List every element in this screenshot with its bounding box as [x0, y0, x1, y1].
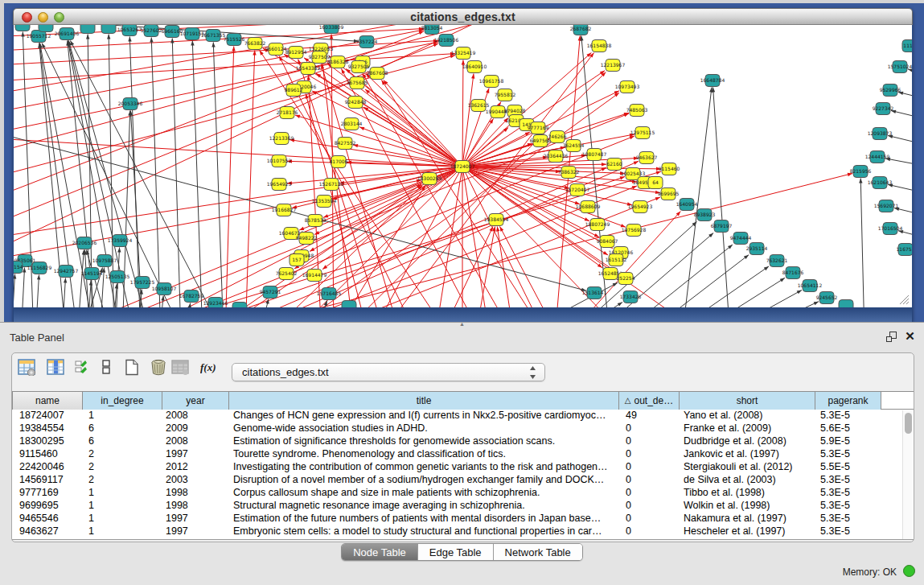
- table-settings-icon[interactable]: [18, 359, 35, 379]
- graph-node-label: 7955812: [495, 92, 516, 97]
- column-header-year[interactable]: year: [162, 392, 229, 410]
- graph-edge[interactable]: [14, 180, 421, 266]
- vertical-scrollbar[interactable]: [902, 410, 913, 539]
- application: citations_edges.txt 19055712206914061065…: [0, 0, 924, 585]
- column-header-title[interactable]: title: [229, 392, 619, 410]
- tab-edge-table[interactable]: Edge Table: [418, 544, 494, 560]
- graph-edge[interactable]: [14, 274, 15, 308]
- table-cell: 5.3E-5: [820, 410, 881, 422]
- graph-edge[interactable]: [684, 278, 785, 307]
- resize-grip-icon[interactable]: [898, 294, 910, 305]
- graph-edge[interactable]: [172, 39, 181, 308]
- table-row[interactable]: 969969511998Structural magnetic resonanc…: [12, 500, 914, 513]
- edge-arrowhead-icon: [260, 51, 264, 56]
- table-cell: 1997: [166, 448, 229, 461]
- graph-node-label: 10973493: [615, 84, 640, 89]
- table-row[interactable]: 946554611997Estimation of the future num…: [12, 513, 914, 525]
- graph-node-label: 7357224: [356, 39, 378, 44]
- graph-node-label: 7485063: [626, 107, 648, 113]
- close-panel-icon[interactable]: ✕: [904, 330, 916, 342]
- graph-edge[interactable]: [500, 227, 559, 308]
- column-header-out_de[interactable]: △out_de…: [619, 392, 680, 410]
- network-canvas[interactable]: 1905571220691406106532671527602696616010…: [13, 25, 913, 307]
- table-cell: 9777169: [19, 487, 83, 500]
- graph-node-label: 15136141: [582, 290, 607, 295]
- graph-edge[interactable]: [462, 74, 474, 167]
- column-edit-icon[interactable]: [47, 359, 64, 379]
- node-table: namein_degreeyeartitle△out_de…shortpager…: [12, 391, 914, 540]
- float-window-icon[interactable]: [885, 331, 897, 343]
- network-graph[interactable]: 1905571220691406106532671527602696616010…: [14, 25, 912, 307]
- graph-node[interactable]: [101, 25, 116, 34]
- graph-node-label: 2803144: [341, 121, 363, 126]
- table-disabled-icon[interactable]: [171, 359, 189, 379]
- tab-node-table[interactable]: Node Table: [342, 544, 418, 560]
- graph-edge[interactable]: [462, 60, 463, 167]
- function-builder-icon[interactable]: f(x): [200, 359, 218, 379]
- graph-node-label: 3675685: [347, 80, 368, 85]
- graph-edge[interactable]: [21, 268, 25, 308]
- column-header-in_degree[interactable]: in_degree: [83, 392, 162, 410]
- scrollbar-thumb[interactable]: [905, 413, 912, 434]
- network-select[interactable]: citations_edges.txt: [232, 363, 545, 381]
- graph-edge[interactable]: [462, 167, 491, 307]
- graph-edge[interactable]: [363, 107, 462, 167]
- edge-arrowhead-icon: [419, 31, 424, 35]
- delete-table-icon[interactable]: [150, 359, 167, 379]
- edge-arrowhead-icon: [107, 35, 110, 39]
- graph-node-label: 9084067: [597, 238, 618, 244]
- window-titlebar[interactable]: citations_edges.txt: [13, 8, 913, 25]
- graph-edge[interactable]: [192, 41, 203, 308]
- import-table-icon[interactable]: [74, 359, 92, 379]
- graph-edge[interactable]: [35, 275, 39, 308]
- graph-node-label: 1640954: [676, 201, 698, 207]
- graph-node[interactable]: [39, 25, 53, 32]
- rows-icon[interactable]: [99, 359, 117, 379]
- graph-node-label: 39154: [14, 264, 23, 270]
- graph-edge[interactable]: [366, 74, 462, 167]
- table-row[interactable]: 1830029562008Estimation of significance …: [12, 435, 914, 448]
- graph-node[interactable]: [342, 301, 356, 308]
- graph-node[interactable]: [839, 300, 853, 308]
- graph-node[interactable]: [80, 25, 95, 34]
- table-tabs-segmented-control: Node TableEdge TableNetwork Table: [341, 543, 583, 561]
- table-row[interactable]: 1938455462009Genome-wide association stu…: [12, 422, 914, 435]
- graph-edge[interactable]: [68, 41, 135, 308]
- edge-arrowhead-icon: [211, 43, 215, 47]
- graph-node-label: 9242848: [345, 99, 367, 105]
- graph-node-label: 16648784: [700, 77, 725, 83]
- graph-edge[interactable]: [659, 266, 769, 307]
- graph-edge[interactable]: [713, 88, 730, 308]
- graph-edge[interactable]: [245, 51, 255, 308]
- graph-edge[interactable]: [682, 88, 712, 308]
- table-row[interactable]: 2242004622012Investigating the contribut…: [12, 461, 914, 474]
- edge-arrowhead-icon: [614, 93, 619, 97]
- table-row[interactable]: 946362711997Embryonic stem cells: a mode…: [12, 525, 914, 538]
- tab-network-table[interactable]: Network Table: [494, 544, 582, 560]
- table-cell: Nakamura et al. (1997): [684, 513, 815, 525]
- graph-edge[interactable]: [77, 250, 84, 308]
- column-header-label: short: [737, 395, 758, 406]
- column-header-name[interactable]: name: [12, 392, 83, 410]
- table-row[interactable]: 977716911998Corpus callosum shape and si…: [12, 487, 914, 500]
- graph-edge[interactable]: [365, 89, 462, 167]
- new-document-icon[interactable]: [123, 359, 141, 379]
- graph-node[interactable]: [15, 25, 30, 31]
- graph-edge[interactable]: [434, 167, 462, 307]
- edge-arrowhead-icon: [42, 43, 46, 48]
- edge-arrowhead-icon: [70, 41, 74, 46]
- graph-edge[interactable]: [327, 64, 462, 167]
- table-cell: Embryonic stem cells: a model to study s…: [233, 525, 619, 538]
- graph-node-label: 10025433: [621, 171, 646, 176]
- column-header-pagerank[interactable]: pagerank: [815, 392, 881, 410]
- table-row[interactable]: 1872400712008Changes of HCN gene express…: [12, 410, 914, 422]
- graph-node-label: 8215956: [850, 168, 872, 174]
- graph-node-label: 17016504: [878, 225, 903, 231]
- graph-node-label: 3624554: [563, 142, 585, 148]
- column-header-short[interactable]: short: [680, 392, 815, 410]
- table-row[interactable]: 1456911722003Disruption of a novel membe…: [12, 474, 914, 487]
- graph-edge[interactable]: [860, 179, 864, 308]
- graph-edge[interactable]: [14, 137, 462, 167]
- edge-arrowhead-icon: [630, 136, 634, 139]
- table-row[interactable]: 911546021997Tourette syndrome. Phenomeno…: [12, 448, 914, 461]
